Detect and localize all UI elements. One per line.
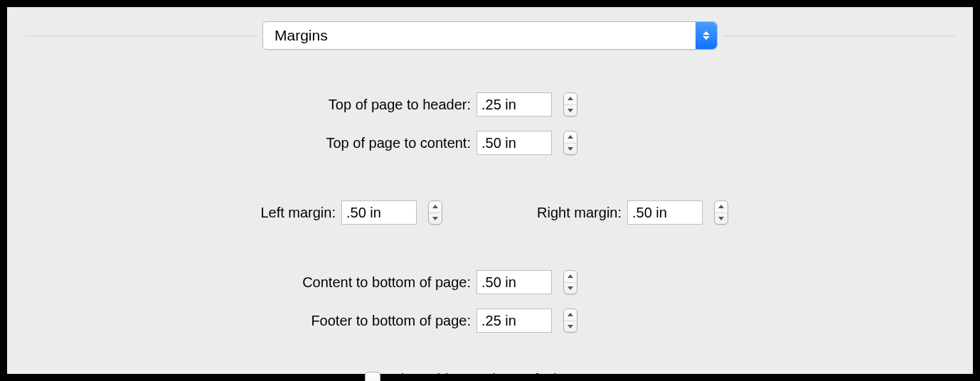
updown-chevron-icon <box>696 22 717 49</box>
content-bottom-input[interactable] <box>476 270 552 294</box>
top-header-label: Top of page to header: <box>7 97 476 113</box>
top-margins-group: Top of page to header: Top of page to co… <box>7 85 973 162</box>
top-header-stepper[interactable] <box>563 92 577 117</box>
stepper-up-icon <box>564 132 577 144</box>
top-content-label: Top of page to content: <box>7 135 476 151</box>
top-header-input[interactable] <box>476 92 552 117</box>
right-margin-input[interactable] <box>627 200 703 225</box>
stepper-down-icon <box>715 213 728 225</box>
side-margins-group: Left margin: Right margin: <box>7 193 973 232</box>
bottom-margins-group: Content to bottom of page: Footer to bot… <box>7 263 973 340</box>
left-margin-label: Left margin: <box>7 205 341 221</box>
divider-right <box>722 36 954 36</box>
stepper-down-icon <box>429 213 442 225</box>
left-margin-stepper[interactable] <box>428 200 442 225</box>
stepper-up-icon <box>429 201 442 213</box>
section-header-row: Margins <box>7 7 973 57</box>
top-content-input[interactable] <box>476 131 552 155</box>
footer-bottom-stepper[interactable] <box>563 308 577 333</box>
content-bottom-stepper[interactable] <box>563 270 577 294</box>
right-margin-stepper[interactable] <box>714 200 728 225</box>
margins-panel: Margins Top of page to header: Top of pa… <box>7 7 973 374</box>
section-dropdown[interactable]: Margins <box>262 21 718 50</box>
stepper-up-icon <box>564 309 577 321</box>
mirror-margins-row: Mirror side margins on facing pages <box>7 371 973 381</box>
margins-form: Top of page to header: Top of page to co… <box>7 57 973 381</box>
stepper-up-icon <box>564 271 577 283</box>
stepper-down-icon <box>564 283 577 294</box>
stepper-up-icon <box>564 93 577 105</box>
top-content-stepper[interactable] <box>563 131 577 155</box>
footer-bottom-label: Footer to bottom of page: <box>7 313 476 329</box>
stepper-down-icon <box>564 321 577 333</box>
stepper-down-icon <box>564 144 577 155</box>
stepper-down-icon <box>564 105 577 117</box>
mirror-margins-label: Mirror side margins on facing pages <box>389 371 615 381</box>
mirror-margins-checkbox[interactable] <box>365 372 380 382</box>
left-margin-input[interactable] <box>341 200 417 225</box>
stepper-up-icon <box>715 201 728 213</box>
right-margin-label: Right margin: <box>449 205 627 221</box>
content-bottom-label: Content to bottom of page: <box>7 274 476 291</box>
footer-bottom-input[interactable] <box>476 308 552 333</box>
section-dropdown-label: Margins <box>263 27 328 44</box>
divider-left <box>26 36 258 36</box>
